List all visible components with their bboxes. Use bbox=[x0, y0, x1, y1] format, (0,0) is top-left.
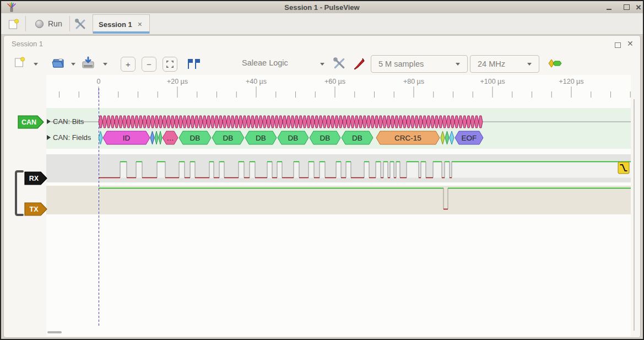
zoom-out-button[interactable]: − bbox=[142, 57, 156, 72]
dock-float-icon[interactable] bbox=[615, 42, 621, 48]
open-file-dropdown-icon[interactable] bbox=[71, 63, 75, 66]
save-file-icon[interactable] bbox=[81, 56, 95, 69]
run-state-icon bbox=[35, 20, 44, 28]
zoom-in-button[interactable]: + bbox=[121, 57, 136, 72]
channels-wrench-icon[interactable] bbox=[333, 57, 346, 70]
zoom-fit-button[interactable] bbox=[163, 57, 177, 72]
title-bar[interactable]: Session 1 - PulseView ✕ bbox=[1, 1, 643, 14]
tab-close-icon[interactable]: × bbox=[138, 20, 142, 29]
zoom-fit-icon bbox=[166, 60, 174, 68]
settings-wrench-icon[interactable] bbox=[74, 18, 86, 30]
main-toolbar: Run Session 1 × bbox=[1, 13, 643, 35]
protocol-decoder-icon[interactable] bbox=[548, 58, 564, 68]
sample-rate-dropdown-icon bbox=[527, 63, 532, 66]
pulseview-window: Session 1 - PulseView ✕ Run Session 1 × … bbox=[0, 0, 644, 340]
new-file-icon[interactable] bbox=[14, 57, 25, 68]
session-toolbar: + − Saleae Logic bbox=[4, 53, 640, 74]
toolbar-separator bbox=[25, 16, 26, 31]
window-title: Session 1 - PulseView bbox=[284, 3, 359, 12]
device-dropdown-icon[interactable] bbox=[320, 63, 324, 66]
save-file-dropdown-icon[interactable] bbox=[103, 63, 107, 66]
tab-label: Session 1 bbox=[99, 20, 132, 29]
sample-rate-value: 24 MHz bbox=[478, 60, 505, 68]
device-select[interactable]: Saleae Logic bbox=[242, 58, 288, 67]
run-label: Run bbox=[48, 19, 62, 28]
toolbar-separator bbox=[69, 16, 70, 31]
close-button[interactable]: ✕ bbox=[634, 1, 643, 13]
app-logo-icon bbox=[7, 2, 17, 12]
sample-rate-combobox[interactable]: 24 MHz bbox=[470, 55, 539, 73]
minimize-button[interactable] bbox=[604, 1, 614, 13]
sample-count-value: 5 M samples bbox=[378, 60, 424, 68]
new-session-icon[interactable] bbox=[8, 19, 19, 30]
dock-close-icon[interactable]: ✕ bbox=[627, 39, 634, 48]
run-button[interactable]: Run bbox=[32, 13, 66, 34]
trigger-flags-icon[interactable] bbox=[186, 58, 202, 70]
open-file-icon[interactable] bbox=[51, 56, 66, 69]
dock-title: Session 1 bbox=[12, 40, 43, 48]
sample-count-combobox[interactable]: 5 M samples bbox=[371, 55, 468, 73]
sample-count-dropdown-icon bbox=[456, 63, 460, 66]
session-dock: Session 1 ✕ + − bbox=[3, 35, 641, 338]
tab-session-1[interactable]: Session 1 × bbox=[93, 14, 150, 34]
probe-icon[interactable] bbox=[352, 56, 366, 71]
new-file-dropdown-icon[interactable] bbox=[34, 63, 38, 66]
maximize-button[interactable] bbox=[621, 1, 631, 13]
